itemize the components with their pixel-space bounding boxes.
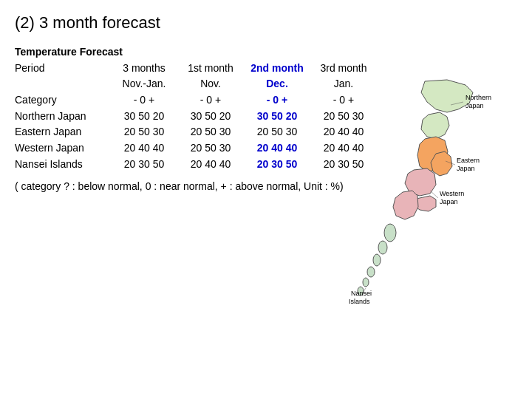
row3-col1: 20 40 40 — [111, 140, 177, 157]
japan-map-svg: Northern Japan Eastern Japan Western Jap… — [310, 66, 517, 318]
map-label-nansei2: Islands — [349, 298, 370, 305]
row4-col2: 20 40 40 — [177, 157, 244, 173]
section-label-row: Temperature Forecast — [15, 44, 517, 61]
svg-point-0 — [384, 224, 396, 242]
region-label: Nansei Islands — [15, 157, 111, 173]
map-label-northern: Northern — [466, 94, 491, 101]
footer-text: ( category ? : below normal, 0 : near no… — [15, 180, 344, 192]
row4-col3: 20 30 50 — [244, 157, 310, 173]
svg-point-1 — [378, 241, 387, 254]
page: (2) 3 month forecast Temperature Forecas… — [0, 0, 532, 399]
row3-col2: 20 50 30 — [177, 140, 244, 157]
col1-subheader: Nov.-Jan. — [111, 76, 177, 92]
svg-point-4 — [363, 278, 369, 287]
region-northern-japan — [421, 80, 473, 139]
category-label: Category — [15, 92, 111, 109]
map-label-eastern2: Japan — [457, 165, 475, 172]
cat-col2: - 0 + — [177, 92, 244, 109]
row2-col1: 20 50 30 — [111, 124, 177, 140]
region-label: Northern Japan — [15, 109, 111, 125]
row1-col2: 30 50 20 — [177, 109, 244, 125]
row1-col1: 30 50 20 — [111, 109, 177, 125]
page-title: (2) 3 month forecast — [15, 13, 517, 33]
map-label-nansei: Nansei — [351, 290, 372, 297]
col2-header: 1st month — [177, 61, 244, 77]
row2-col3: 20 50 30 — [244, 124, 310, 140]
map-label-northern2: Japan — [466, 102, 484, 109]
japan-map: Northern Japan Eastern Japan Western Jap… — [310, 66, 517, 318]
row3-col3: 20 40 40 — [244, 140, 310, 157]
cat-col3: - 0 + — [244, 92, 310, 109]
col3-subheader: Dec. — [244, 76, 310, 92]
svg-point-2 — [373, 254, 381, 266]
region-label: Eastern Japan — [15, 124, 111, 140]
col2-subheader: Nov. — [177, 76, 244, 92]
cat-col1: - 0 + — [111, 92, 177, 109]
region-western-japan — [393, 168, 436, 219]
row1-col3: 30 50 20 — [244, 109, 310, 125]
map-label-western: Western — [440, 190, 464, 197]
region-label: Western Japan — [15, 140, 111, 157]
svg-point-3 — [367, 267, 375, 277]
row2-col2: 20 50 30 — [177, 124, 244, 140]
period-label: Period — [15, 61, 111, 77]
row4-col1: 20 30 50 — [111, 157, 177, 173]
map-label-western2: Japan — [440, 198, 458, 205]
section-label: Temperature Forecast — [15, 44, 123, 61]
period-spacer — [15, 76, 111, 92]
col1-header: 3 months — [111, 61, 177, 77]
col3-header: 2nd month — [244, 61, 310, 77]
map-label-eastern: Eastern — [457, 157, 480, 164]
region-nansei-islands — [358, 224, 396, 296]
